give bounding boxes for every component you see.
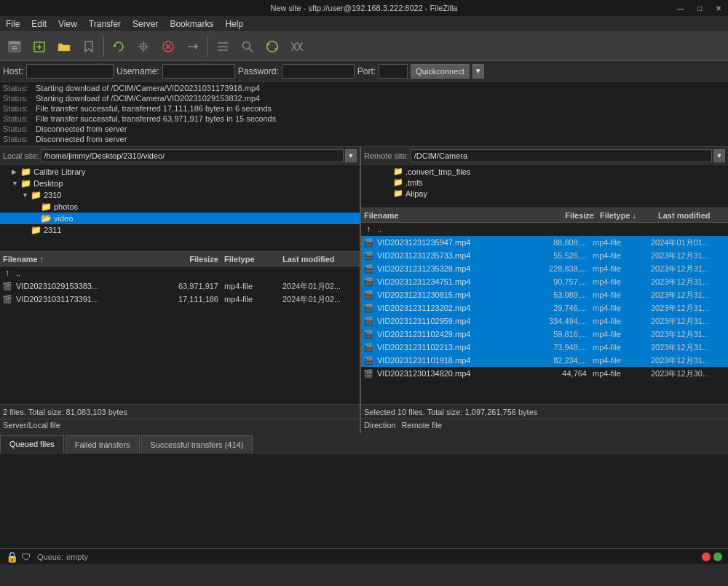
remote-file-row-5[interactable]: 🎬 VID20231231230815.mp4 53,089,... mp4-f… <box>361 288 728 301</box>
status-log: Status: Starting download of /DCIM/Camer… <box>0 82 728 147</box>
remote-file-label: Remote file <box>401 421 442 432</box>
tree-item-video[interactable]: 📂 video <box>0 213 360 224</box>
port-input[interactable] <box>379 64 408 79</box>
password-input[interactable] <box>282 64 355 79</box>
menu-file[interactable]: File <box>0 17 25 31</box>
remote-file-list[interactable]: ↑ .. 🎬 VID20231231235947.mp4 88,809,... … <box>361 223 728 404</box>
tree-item-2311[interactable]: 📁 2311 <box>0 224 360 236</box>
up-icon: ↑ <box>0 268 15 278</box>
tab-queued-files[interactable]: Queued files <box>0 435 64 453</box>
local-col-modified[interactable]: Last modified <box>280 255 360 264</box>
remote-file-row-1[interactable]: 🎬 VID20231231235947.mp4 88,809,... mp4-f… <box>361 236 728 249</box>
remote-file-list-header: Filename Filesize Filetype ↓ Last modifi… <box>361 208 728 223</box>
remote-file-row-10[interactable]: 🎬 VID20231231101918.mp4 82,234,... mp4-f… <box>361 354 728 367</box>
quickconnect-dropdown[interactable]: ▼ <box>472 64 484 79</box>
local-file-row-2[interactable]: 🎬 VID20231031173391... 17,111,186 mp4-fi… <box>0 293 360 306</box>
sync-button[interactable] <box>261 35 284 58</box>
tab-failed-transfers-label: Failed transfers <box>75 440 130 449</box>
svg-line-20 <box>250 48 253 52</box>
transfer-button[interactable] <box>181 35 205 58</box>
remote-file-row-4[interactable]: 🎬 VID20231231234751.mp4 90,757,... mp4-f… <box>361 275 728 288</box>
menu-help[interactable]: Help <box>219 17 249 31</box>
remote-path-dropdown[interactable]: ▼ <box>713 149 725 162</box>
remote-tree[interactable]: 📁 .convert_tmp_files 📁 .tmfs 📁 Alipay <box>361 165 728 208</box>
local-file-list[interactable]: ↑ .. 🎬 VID20231029153383... 63,971,917 m… <box>0 266 360 404</box>
local-path-input[interactable] <box>41 149 344 162</box>
open-site-manager-button[interactable] <box>3 35 26 58</box>
tree-item-calibre[interactable]: ▶ 📁 Calibre Library <box>0 166 360 178</box>
refresh-button[interactable] <box>107 35 130 58</box>
remote-file-row-11[interactable]: 🎬 VID20231230134820.mp4 44,764 mp4-file … <box>361 367 728 380</box>
local-file-row-up[interactable]: ↑ .. <box>0 266 360 280</box>
remote-tree-label-tmfs: .tmfs <box>405 178 423 187</box>
menu-view[interactable]: View <box>52 17 83 31</box>
username-input[interactable] <box>162 64 235 79</box>
local-file-name-2: VID20231031173391... <box>15 295 163 304</box>
local-pane: Local site: ▼ ▶ 📁 Calibre Library ▼ 📁 De… <box>0 147 361 419</box>
maximize-button[interactable]: □ <box>690 0 709 16</box>
cancel-button[interactable] <box>157 35 180 58</box>
local-col-type[interactable]: Filetype <box>221 255 280 264</box>
tree-item-photos[interactable]: 📁 photos <box>0 201 360 213</box>
local-file-row-1[interactable]: 🎬 VID20231029153383... 63,971,917 mp4-fi… <box>0 280 360 293</box>
remote-vid-icon-1: 🎬 <box>361 238 376 248</box>
close-button[interactable]: ✕ <box>709 0 728 16</box>
tab-queued-files-label: Queued files <box>9 440 55 448</box>
remote-file-row-8[interactable]: 🎬 VID20231231102429.mp4 59,816,... mp4-f… <box>361 328 728 341</box>
tree-item-desktop[interactable]: ▼ 📁 Desktop <box>0 178 360 189</box>
minimize-button[interactable]: — <box>671 0 690 16</box>
log-label-2: Status: <box>3 94 36 103</box>
remote-file-type-4: mp4-file <box>590 277 648 286</box>
remote-file-row-3[interactable]: 🎬 VID20231231235328.mp4 228,838,... mp4-… <box>361 262 728 275</box>
remote-tree-convert[interactable]: 📁 .convert_tmp_files <box>361 166 728 177</box>
remote-col-name[interactable]: Filename <box>361 211 539 220</box>
local-col-name[interactable]: Filename ↑ <box>0 255 163 264</box>
local-col-size[interactable]: Filesize <box>163 255 221 264</box>
remote-file-type-1: mp4-file <box>590 238 648 247</box>
tree-item-2310[interactable]: ▼ 📁 2310 <box>0 189 360 201</box>
local-file-name-up: .. <box>15 269 163 277</box>
toggle-hidden-button[interactable] <box>132 35 155 58</box>
remote-tree-tmfs[interactable]: 📁 .tmfs <box>361 177 728 188</box>
svg-point-19 <box>243 41 250 49</box>
compare-button[interactable] <box>285 35 309 58</box>
remote-col-type[interactable]: Filetype ↓ <box>597 211 655 220</box>
remote-file-row-9[interactable]: 🎬 VID20231231102213.mp4 73,948,... mp4-f… <box>361 341 728 354</box>
tree-label-photos: photos <box>54 202 78 211</box>
remote-col-modified[interactable]: Last modified <box>655 211 728 220</box>
new-tab-button[interactable] <box>28 35 51 58</box>
tab-failed-transfers[interactable]: Failed transfers <box>66 435 140 453</box>
remote-file-row-2[interactable]: 🎬 VID20231231235733.mp4 55,526,... mp4-f… <box>361 249 728 262</box>
tab-successful-transfers[interactable]: Successful transfers (414) <box>141 435 253 453</box>
log-text-6: Disconnected from server <box>36 135 127 143</box>
bookmark-button[interactable] <box>77 35 100 58</box>
remote-file-row-7[interactable]: 🎬 VID20231231102959.mp4 334,494,... mp4-… <box>361 314 728 328</box>
folder-icon-calibre: 📁 <box>20 167 31 177</box>
server-local-label: Server/Local file <box>3 421 60 429</box>
remote-tree-alipay[interactable]: 📁 Alipay <box>361 188 728 199</box>
remote-file-name-9: VID20231231102213.mp4 <box>376 343 531 352</box>
transfer-area: Server/Local file Direction Remote file <box>0 419 728 433</box>
queue-label: Queue: <box>37 553 63 561</box>
menu-bookmarks[interactable]: Bookmarks <box>164 17 219 31</box>
menu-edit[interactable]: Edit <box>25 17 52 31</box>
folder-icon-2311: 📁 <box>31 225 41 235</box>
menu-server[interactable]: Server <box>127 17 164 31</box>
menu-transfer[interactable]: Transfer <box>83 17 127 31</box>
open-dir-button[interactable] <box>52 35 76 58</box>
remote-file-row-6[interactable]: 🎬 VID20231231123202.mp4 29,746,... mp4-f… <box>361 301 728 314</box>
remote-file-row-up[interactable]: ↑ .. <box>361 223 728 236</box>
queue-content <box>0 454 728 548</box>
file-list-button[interactable] <box>211 35 234 58</box>
local-file-size-2: 17,111,186 <box>163 295 221 304</box>
search-button[interactable] <box>236 35 259 58</box>
remote-path-input[interactable] <box>411 149 712 162</box>
remote-col-size[interactable]: Filesize <box>539 211 597 220</box>
status-dot-red <box>702 553 711 561</box>
host-input[interactable] <box>26 64 114 79</box>
local-path-dropdown[interactable]: ▼ <box>345 149 357 162</box>
quickconnect-button[interactable]: Quickconnect <box>411 64 470 79</box>
local-tree[interactable]: ▶ 📁 Calibre Library ▼ 📁 Desktop ▼ 📁 2310 <box>0 165 360 252</box>
remote-file-size-1: 88,809,... <box>531 238 590 247</box>
remote-site-bar: Remote site: ▼ <box>361 147 728 165</box>
